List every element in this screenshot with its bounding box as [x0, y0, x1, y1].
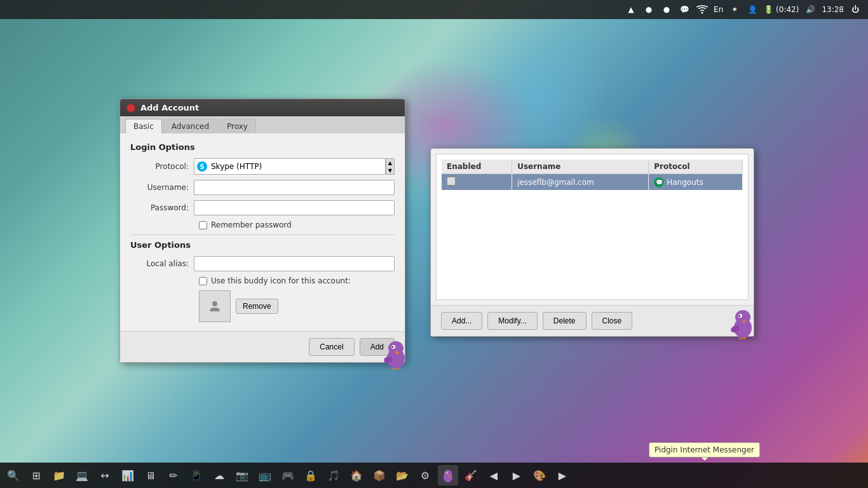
language-indicator[interactable]: En: [714, 5, 723, 14]
notification-icon-2[interactable]: ●: [642, 3, 655, 16]
username-input[interactable]: [194, 180, 395, 195]
taskbar-icon-back[interactable]: ◀: [484, 465, 504, 485]
tab-basic[interactable]: Basic: [125, 119, 162, 133]
add-account-dialog: Add Account Basic Advanced Proxy Login O…: [119, 98, 405, 363]
buddy-icon-label: Use this buddy icon for this account:: [211, 276, 351, 285]
add-account-footer: Cancel Add: [120, 331, 405, 362]
remember-password-row: Remember password: [130, 220, 395, 229]
local-alias-row: Local alias:: [130, 256, 395, 271]
notification-icon-4[interactable]: 💬: [678, 3, 691, 16]
arrow-down[interactable]: ▼: [386, 166, 394, 174]
taskbar-icon-game[interactable]: 🎮: [278, 465, 298, 485]
buddy-icon-row: Remove: [130, 290, 395, 322]
wifi-icon[interactable]: [696, 3, 709, 16]
svg-point-15: [739, 315, 741, 317]
accounts-table-container: Enabled Username Protocol jesseflb@gmail…: [436, 154, 749, 300]
desktop: ▲ ● ● 💬 En ✶ 👤 🔋 (0:42) 🔊 13:2: [0, 0, 868, 488]
volume-icon[interactable]: 🔊: [804, 3, 817, 16]
hangouts-bubble: 💬: [654, 177, 664, 187]
password-input[interactable]: [194, 200, 395, 215]
delete-button[interactable]: Delete: [543, 312, 587, 330]
svg-point-6: [392, 346, 394, 348]
protocol-dropdown[interactable]: S Skype (HTTP): [194, 158, 386, 175]
taskbar-icon-apps[interactable]: 📱: [186, 465, 207, 485]
user-icon[interactable]: 👤: [746, 3, 759, 16]
pidgin-bird-accounts: [727, 305, 759, 339]
username-label: Username:: [130, 183, 194, 192]
buddy-icon-placeholder[interactable]: [199, 290, 231, 322]
taskbar-icon-folder[interactable]: 📂: [392, 465, 412, 485]
svg-line-17: [739, 337, 740, 339]
add-account-title: Add Account: [140, 103, 199, 112]
taskbar-icon-settings[interactable]: ⚙: [415, 465, 435, 485]
pidgin-bird-dialog: [381, 337, 411, 370]
cancel-button[interactable]: Cancel: [309, 338, 354, 356]
taskbar-icon-camera[interactable]: 📷: [232, 465, 252, 485]
column-protocol: Protocol: [649, 159, 743, 174]
taskbar-icon-media[interactable]: 📺: [255, 465, 275, 485]
taskbar-icon-cloud[interactable]: ☁: [209, 465, 229, 485]
taskbar-icon-search[interactable]: 🔍: [3, 465, 24, 485]
close-accounts-button[interactable]: Close: [592, 312, 633, 330]
top-panel-right: ▲ ● ● 💬 En ✶ 👤 🔋 (0:42) 🔊 13:2: [625, 3, 862, 16]
svg-line-8: [392, 368, 393, 370]
taskbar: 🔍 ⊞ 📁 💻 ↔ 📊 🖥 ✏ 📱 ☁ 📷 📺 🎮 🔒 🎵 🏠 📦 📂 ⚙ 🎸: [0, 463, 868, 488]
taskbar-icon-music[interactable]: 🎵: [323, 465, 344, 485]
protocol-spinners[interactable]: ▲ ▼: [386, 158, 395, 175]
arrow-up[interactable]: ▲: [386, 159, 394, 166]
taskbar-icon-pen[interactable]: ✏: [163, 465, 184, 485]
power-icon[interactable]: ⏻: [849, 3, 862, 16]
accounts-dialog: Enabled Username Protocol jesseflb@gmail…: [430, 148, 754, 337]
taskbar-icon-monitor[interactable]: 📊: [118, 465, 138, 485]
column-enabled: Enabled: [442, 159, 512, 174]
accounts-table: Enabled Username Protocol jesseflb@gmail…: [442, 159, 743, 190]
taskbar-icon-paint[interactable]: 🎨: [529, 465, 550, 485]
svg-point-24: [446, 472, 447, 473]
taskbar-icon-home[interactable]: 🏠: [346, 465, 367, 485]
clock: 13:28: [822, 5, 844, 14]
user-options-title: User Options: [130, 240, 395, 250]
tab-proxy[interactable]: Proxy: [219, 119, 256, 133]
cell-enabled: [442, 174, 512, 191]
taskbar-icon-forward[interactable]: ▶: [506, 465, 527, 485]
enabled-checkbox[interactable]: [447, 177, 456, 186]
password-label: Password:: [130, 203, 194, 212]
taskbar-icon-arrow[interactable]: ▶: [552, 465, 573, 485]
top-panel: ▲ ● ● 💬 En ✶ 👤 🔋 (0:42) 🔊 13:2: [0, 0, 868, 19]
add-account-button[interactable]: Add...: [441, 312, 482, 330]
add-account-titlebar: Add Account: [120, 99, 405, 116]
modify-button[interactable]: Modify...: [487, 312, 537, 330]
battery-text: 🔋 (0:42): [764, 5, 799, 14]
pidgin-mascot-accounts: [727, 305, 759, 341]
protocol-select-inner: S Skype (HTTP): [197, 161, 383, 172]
taskbar-icon-files[interactable]: 📁: [49, 465, 69, 485]
local-alias-input[interactable]: [194, 256, 395, 271]
taskbar-icon-guitar[interactable]: 🎸: [461, 465, 481, 485]
taskbar-icon-pidgin[interactable]: [438, 465, 458, 485]
taskbar-icon-terminal[interactable]: 💻: [72, 465, 92, 485]
protocol-select-wrapper: S Skype (HTTP) ▲ ▼: [194, 158, 395, 175]
taskbar-icon-lock[interactable]: 🔒: [301, 465, 321, 485]
add-account-tabs: Basic Advanced Proxy: [120, 116, 405, 133]
buddy-icon-checkbox[interactable]: [199, 277, 207, 285]
taskbar-icon-screen[interactable]: 🖥: [140, 465, 161, 485]
close-button[interactable]: [126, 104, 135, 112]
notification-icon-3[interactable]: ●: [660, 3, 673, 16]
remember-password-label: Remember password: [211, 220, 292, 229]
pidgin-mascot-dialog: [381, 337, 411, 372]
remove-button[interactable]: Remove: [236, 299, 278, 314]
protocol-label: Protocol:: [130, 162, 194, 171]
taskbar-icon-package[interactable]: 📦: [369, 465, 390, 485]
remember-password-checkbox[interactable]: [199, 221, 207, 229]
taskbar-icon-grid[interactable]: ⊞: [26, 465, 46, 485]
table-row[interactable]: jesseflb@gmail.com 💬 Hangouts: [442, 174, 743, 191]
bluetooth-icon[interactable]: ✶: [728, 3, 741, 16]
password-row: Password:: [130, 200, 395, 215]
taskbar-icon-system[interactable]: ↔: [95, 465, 115, 485]
svg-point-0: [702, 12, 703, 14]
pidgin-taskbar-icon: [440, 468, 456, 483]
notification-icon-1[interactable]: ▲: [625, 3, 637, 16]
tab-advanced[interactable]: Advanced: [163, 119, 217, 133]
pidgin-tooltip: Pidgin Internet Messenger: [649, 442, 760, 458]
cell-username: jesseflb@gmail.com: [512, 174, 649, 191]
